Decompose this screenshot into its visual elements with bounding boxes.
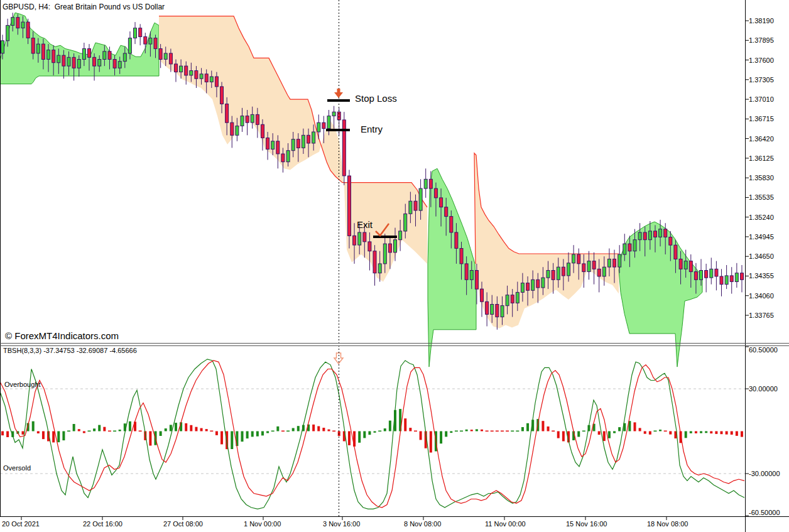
- hist-dash: [108, 431, 111, 432]
- hist-bar: [231, 432, 233, 450]
- sell-arrow-icon: [334, 89, 343, 98]
- entry-line[interactable]: [326, 129, 350, 131]
- candle-bull: [77, 60, 80, 68]
- hist-bar: [42, 432, 45, 440]
- candle-bear: [246, 116, 249, 123]
- candle-bear: [139, 28, 142, 37]
- hist-bar: [57, 432, 60, 443]
- hist-bar: [52, 432, 55, 443]
- exit-line[interactable]: [373, 236, 397, 238]
- hist-dash: [582, 431, 585, 432]
- time-axis[interactable]: 20 Oct 202122 Oct 16:0027 Oct 08:001 Nov…: [0, 520, 789, 532]
- hist-bar: [741, 432, 743, 437]
- hist-bar: [669, 432, 672, 435]
- hist-bar: [608, 432, 611, 438]
- candle-bear: [511, 295, 514, 303]
- hist-bar: [368, 432, 371, 435]
- candle-bear: [144, 36, 147, 44]
- hist-dash: [332, 431, 335, 432]
- time-axis-label: 22 Oct 16:00: [83, 520, 122, 528]
- hist-bar: [541, 421, 544, 431]
- hist-bar: [695, 432, 697, 433]
- candle-bull: [607, 259, 611, 267]
- hist-bar: [736, 432, 738, 436]
- candle-bull: [251, 114, 254, 122]
- candle-bull: [725, 276, 728, 285]
- candle-bear: [552, 271, 555, 280]
- candle-bear: [373, 251, 376, 273]
- candle-bull: [424, 179, 427, 188]
- candle-bear: [654, 231, 657, 237]
- indicator-title: TBSH(8,3,3) -37.34753 -32.69087 -4.65666: [3, 347, 137, 354]
- candle-bull: [1, 41, 4, 53]
- hist-bar: [644, 432, 646, 434]
- candle-bear: [496, 305, 499, 317]
- hist-bar: [471, 430, 473, 431]
- hist-bar: [577, 432, 580, 437]
- watermark: © ForexMT4Indicators.com: [5, 330, 119, 341]
- candle-bear: [679, 259, 682, 269]
- hist-bar: [598, 432, 601, 435]
- chart-canvas[interactable]: [0, 0, 789, 532]
- candle-bull: [419, 188, 422, 210]
- hist-bar: [200, 428, 203, 432]
- hist-bar: [363, 432, 366, 438]
- candle-bull: [190, 71, 193, 75]
- hist-bar: [358, 432, 361, 443]
- overbought-label: Overbought: [4, 381, 40, 388]
- time-axis-label: 3 Nov 16:00: [323, 520, 360, 528]
- candle-bull: [399, 231, 402, 240]
- hist-bar: [261, 432, 264, 436]
- candle-bear: [455, 232, 458, 248]
- candle-bull: [291, 139, 295, 151]
- candle-bull: [123, 53, 126, 62]
- time-axis-label: 18 Nov 08:00: [647, 520, 688, 528]
- candle-bull: [128, 38, 131, 53]
- candle-bull: [200, 74, 203, 79]
- hist-bar: [705, 432, 707, 433]
- hist-bar: [185, 423, 187, 432]
- candle-bull: [506, 295, 509, 306]
- stop-loss-label: Stop Loss: [355, 93, 397, 104]
- candle-bull: [82, 49, 85, 60]
- candle-bull: [516, 292, 519, 303]
- hist-bar: [389, 421, 391, 432]
- candle-bear: [175, 64, 178, 72]
- candle-bear: [363, 232, 366, 242]
- entry-label: Entry: [361, 124, 383, 134]
- chart-title: GBPUSD, H4: Great Britain Pound vs US Do…: [3, 3, 165, 11]
- indicator-axis-label: -30.00000: [749, 470, 780, 477]
- candle-bull: [286, 151, 290, 162]
- d-line: [0, 361, 744, 508]
- indicator-axis-label: 60.50000: [749, 346, 778, 354]
- candle-bull: [36, 44, 40, 53]
- candle-bear: [215, 77, 218, 87]
- candle-bear: [582, 264, 585, 272]
- candle-bear: [256, 114, 259, 124]
- hist-bar: [327, 430, 330, 432]
- hist-dash: [496, 431, 499, 432]
- hist-bar: [165, 428, 167, 431]
- hist-bar: [21, 432, 24, 435]
- hist-bar: [6, 432, 9, 438]
- hist-dash: [271, 431, 275, 432]
- candle-bear: [720, 276, 723, 285]
- candle-bull: [470, 271, 473, 280]
- candle-bull: [210, 77, 213, 82]
- hist-bar: [526, 423, 529, 432]
- hist-bar: [266, 432, 269, 433]
- hist-bar: [476, 429, 478, 431]
- hist-bar: [731, 432, 733, 435]
- candle-bear: [450, 217, 453, 232]
- stop-loss-line[interactable]: [327, 99, 350, 102]
- hist-bar: [618, 427, 621, 431]
- hist-bar: [119, 430, 121, 432]
- cloud-green-2: [428, 168, 476, 367]
- indicator-axis[interactable]: 60.5000030.00000-30.00000-60.50000: [749, 0, 789, 532]
- candle-bear: [388, 244, 391, 252]
- candle-bear: [664, 229, 667, 237]
- candle-bull: [572, 254, 575, 263]
- candle-bear: [628, 244, 631, 251]
- hist-dash: [87, 431, 90, 432]
- hist-dash: [210, 431, 213, 432]
